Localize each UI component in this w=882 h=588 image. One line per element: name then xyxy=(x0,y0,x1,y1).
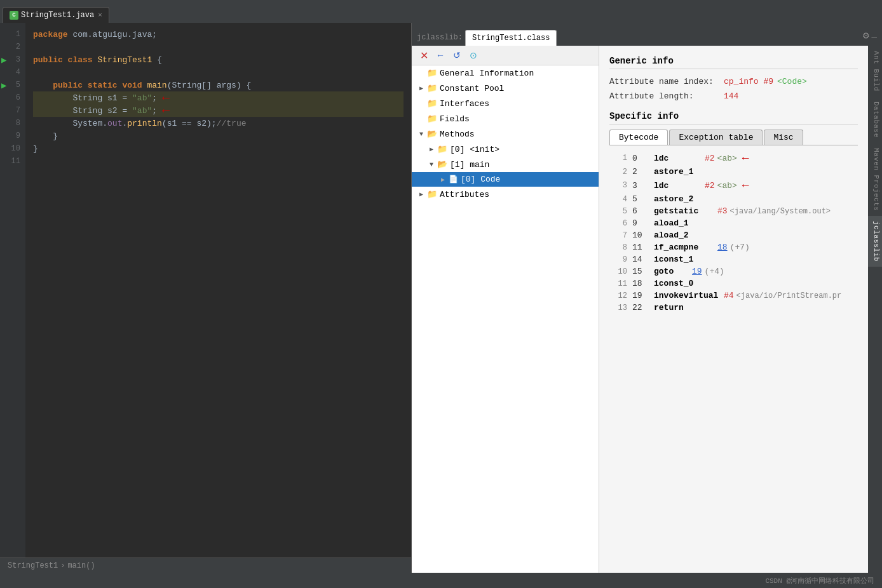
bc-offset: 0 xyxy=(632,154,651,163)
tree-item-label: General Information xyxy=(440,69,534,78)
bc-row-num: 12 xyxy=(612,291,627,300)
code-line-5: public static void main(String[] args) { xyxy=(33,79,404,91)
pin-icon[interactable]: — xyxy=(872,32,877,46)
breadcrumb-class: StringTest1 xyxy=(8,561,58,570)
bytecode-row: 7 10 aload_2 xyxy=(609,229,858,241)
jclasslib-tab[interactable]: StringTest1.class xyxy=(465,30,557,46)
bc-offset: 2 xyxy=(632,167,651,177)
code-text[interactable]: package com.atguigu.java; public class S… xyxy=(25,23,411,558)
bytecode-tabs: Bytecode Exception table Misc xyxy=(609,130,858,145)
expand-icon: ▶ xyxy=(417,190,426,199)
code-line-9: } xyxy=(33,130,404,142)
code-line-7: String s2 = "ab"; ← xyxy=(33,104,404,117)
close-icon[interactable]: × xyxy=(98,11,102,19)
jclasslib-label: jclasslib: xyxy=(417,33,463,46)
tree-panel: ✕ ← ↺ ⊙ 📁 General Information xyxy=(412,46,599,573)
line-number: 2 xyxy=(0,41,25,53)
jclasslib-body: ✕ ← ↺ ⊙ 📁 General Information xyxy=(412,46,882,573)
tree-item-general[interactable]: 📁 General Information xyxy=(412,65,599,81)
generic-info-title: Generic info xyxy=(609,56,858,69)
specific-info-title: Specific info xyxy=(609,111,858,124)
bc-op: iconst_0 xyxy=(654,279,693,288)
line-number: 9 xyxy=(0,130,25,142)
bc-op: astore_2 xyxy=(654,194,693,204)
bc-lit: <ab> xyxy=(717,181,737,190)
bc-ref[interactable]: #3 xyxy=(717,206,728,216)
attr-length-value: 144 xyxy=(724,91,738,101)
code-line-6: String s1 = "ab"; ← xyxy=(33,91,404,104)
view-button[interactable]: ⊙ xyxy=(466,48,480,62)
line-number: 10 xyxy=(0,142,25,155)
bc-row-num: 13 xyxy=(612,304,627,312)
java-file-icon: C xyxy=(10,11,18,20)
attr-name-row: Attribute name index: cp_info #9 <Code> xyxy=(609,77,858,86)
code-line-8: System.out.println(s1 == s2);//true xyxy=(33,117,404,130)
arrow-indicator: ← xyxy=(742,152,749,164)
bytecode-row: 8 11 if_acmpne 18 (+7) xyxy=(609,241,858,253)
bc-ref[interactable]: #4 xyxy=(724,291,734,300)
bytecode-row: 13 22 return xyxy=(609,302,858,314)
expand-icon: ▶ xyxy=(417,84,426,93)
code-line-11 xyxy=(33,155,404,168)
tree-item-label: [0] <init> xyxy=(450,145,499,154)
bc-offset: 5 xyxy=(632,194,651,204)
gear-icon[interactable]: ⚙ xyxy=(863,29,869,46)
tab-bytecode[interactable]: Bytecode xyxy=(609,130,668,145)
specific-info-section: Specific info Bytecode Exception table M… xyxy=(609,111,858,314)
breadcrumb-method: main() xyxy=(67,561,95,570)
bc-op: if_acmpne xyxy=(654,243,717,252)
jclasslib-tab-label: StringTest1.class xyxy=(472,34,550,43)
tree-item-main[interactable]: ▼ 📂 [1] main xyxy=(412,157,599,172)
tab-misc[interactable]: Misc xyxy=(764,130,803,145)
bc-op: invokevirtual xyxy=(654,291,724,300)
bc-row-num: 6 xyxy=(612,219,627,228)
expand-icon: ▶ xyxy=(427,145,436,154)
refresh-button[interactable]: ↺ xyxy=(450,48,464,62)
tree-item-fields[interactable]: 📁 Fields xyxy=(412,111,599,126)
tree-item-attributes[interactable]: ▶ 📁 Attributes xyxy=(412,187,599,202)
bc-ref[interactable]: #2 xyxy=(705,154,715,163)
bc-link[interactable]: 18 xyxy=(717,243,728,252)
attr-name-extra: <Code> xyxy=(777,77,807,86)
line-number: 11 xyxy=(0,155,25,168)
right-sidebar: Ant Build Database Maven Projects jclass… xyxy=(868,46,882,573)
tree-item-constant-pool[interactable]: ▶ 📁 Constant Pool xyxy=(412,81,599,96)
bytecode-row: 12 19 invokevirtual #4 <java/io/PrintStr… xyxy=(609,290,858,302)
code-line-2 xyxy=(33,41,404,53)
generic-info-section: Generic info Attribute name index: cp_in… xyxy=(609,56,858,101)
bc-link[interactable]: 19 xyxy=(692,267,702,276)
editor-tab[interactable]: C StringTest1.java × xyxy=(3,7,109,23)
bc-offset: 11 xyxy=(632,243,651,252)
bc-offset: 22 xyxy=(632,303,651,312)
tree-item-init[interactable]: ▶ 📁 [0] <init> xyxy=(412,142,599,157)
page-icon: 📄 xyxy=(449,175,458,184)
bc-row-num: 11 xyxy=(612,279,627,288)
bc-ref[interactable]: #2 xyxy=(705,181,715,190)
bytecode-row: 3 3 ldc #2 <ab> ← xyxy=(609,178,858,193)
bc-op: goto xyxy=(654,267,692,276)
line-number: 7 xyxy=(0,104,25,117)
close-button[interactable]: ✕ xyxy=(417,48,431,62)
sidebar-item-ant-build[interactable]: Ant Build xyxy=(868,46,882,97)
sidebar-item-maven[interactable]: Maven Projects xyxy=(868,143,882,216)
bc-offset: 10 xyxy=(632,231,651,240)
tree-item-interfaces[interactable]: 📁 Interfaces xyxy=(412,96,599,111)
tree-item-label: Methods xyxy=(440,130,475,139)
bc-op: ldc xyxy=(654,181,705,190)
info-panel: Generic info Attribute name index: cp_in… xyxy=(599,46,868,573)
back-button[interactable]: ← xyxy=(433,48,447,62)
bc-op: return xyxy=(654,303,684,312)
tab-exception-table[interactable]: Exception table xyxy=(669,130,763,145)
arrow-indicator: ← xyxy=(742,179,749,192)
sidebar-item-jclasslib[interactable]: jclasslib xyxy=(868,216,882,267)
bc-row-num: 7 xyxy=(612,231,627,240)
line-number: 4 xyxy=(0,66,25,79)
folder-icon: 📁 xyxy=(427,114,437,124)
arrow-indicator-7: ← xyxy=(162,104,170,118)
tree-item-label: Attributes xyxy=(440,190,489,199)
bytecode-row: 2 2 astore_1 xyxy=(609,166,858,178)
folder-icon: 📁 xyxy=(427,98,437,109)
sidebar-item-database[interactable]: Database xyxy=(868,97,882,143)
tree-item-code[interactable]: ▶ 📄 [0] Code xyxy=(412,172,599,187)
tree-item-methods[interactable]: ▼ 📂 Methods xyxy=(412,126,599,142)
